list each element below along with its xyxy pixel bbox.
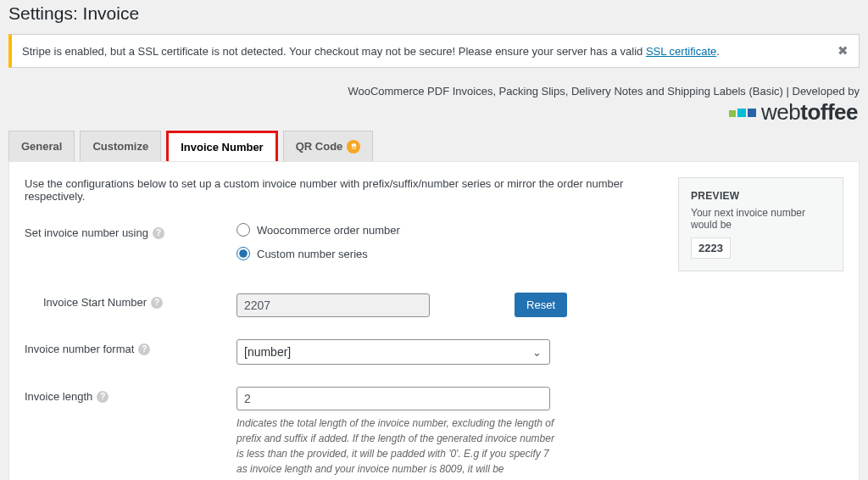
- brand-logo: webtoffee: [8, 99, 860, 126]
- settings-tabs: General Customize Invoice Number QR Code: [8, 131, 860, 161]
- row-set-using: Set invoice number using ? Woocommerce o…: [25, 223, 661, 271]
- notice-text-post: .: [716, 45, 720, 58]
- page-title: Settings: Invoice: [8, 0, 860, 34]
- tab-qr-label: QR Code: [296, 140, 343, 153]
- dismiss-notice-button[interactable]: ✖: [837, 43, 849, 59]
- tab-qr-code[interactable]: QR Code: [283, 131, 374, 161]
- label-set-using: Set invoice number using ?: [25, 223, 236, 239]
- preview-text: Your next invoice number would be: [691, 207, 831, 231]
- invoice-length-desc: Indicates the total length of the invoic…: [236, 416, 559, 480]
- preview-box: PREVIEW Your next invoice number would b…: [678, 177, 843, 271]
- reset-button[interactable]: Reset: [515, 293, 567, 317]
- row-start-number: Invoice Start Number ? Reset: [25, 293, 661, 317]
- radio-custom-label: Custom number series: [257, 248, 368, 260]
- notice-text-pre: Stripe is enabled, but a SSL certificate…: [22, 45, 646, 58]
- help-icon[interactable]: ?: [138, 343, 150, 355]
- radio-custom-series[interactable]: Custom number series: [236, 247, 567, 260]
- ssl-notice: Stripe is enabled, but a SSL certificate…: [8, 34, 860, 68]
- format-select[interactable]: [number]: [236, 339, 550, 365]
- tab-customize[interactable]: Customize: [80, 131, 161, 161]
- invoice-length-input[interactable]: [236, 387, 550, 410]
- logo-squares-icon: [729, 109, 756, 117]
- row-invoice-length: Invoice length ? Indicates the total len…: [25, 387, 661, 480]
- start-number-input[interactable]: [236, 293, 430, 317]
- premium-badge-icon: [347, 140, 360, 153]
- help-icon[interactable]: ?: [97, 391, 108, 403]
- radio-woo-label: Woocommerce order number: [257, 224, 400, 237]
- developed-by-line: WooCommerce PDF Invoices, Packing Slips,…: [8, 85, 860, 98]
- label-invoice-length: Invoice length ?: [25, 387, 236, 403]
- help-icon[interactable]: ?: [153, 227, 164, 239]
- label-number-format: Invoice number format ?: [25, 339, 236, 355]
- radio-custom-input[interactable]: [236, 247, 250, 260]
- preview-heading: PREVIEW: [691, 190, 831, 202]
- help-icon[interactable]: ?: [151, 297, 163, 309]
- radio-woo-input[interactable]: [236, 223, 250, 237]
- tab-general[interactable]: General: [8, 131, 75, 161]
- radio-woo-order[interactable]: Woocommerce order number: [236, 223, 567, 237]
- label-start-number: Invoice Start Number ?: [25, 293, 236, 309]
- notice-text: Stripe is enabled, but a SSL certificate…: [22, 45, 720, 58]
- close-icon: ✖: [837, 43, 849, 58]
- row-number-format: Invoice number format ? [number] ⌄: [25, 339, 661, 365]
- panel-intro: Use the configurations below to set up a…: [25, 177, 661, 203]
- preview-value: 2223: [691, 237, 731, 259]
- brand-text: webtoffee: [761, 99, 858, 126]
- tab-invoice-number[interactable]: Invoice Number: [166, 131, 278, 161]
- settings-panel: Use the configurations below to set up a…: [8, 161, 860, 480]
- ssl-cert-link[interactable]: SSL certificate: [646, 45, 716, 58]
